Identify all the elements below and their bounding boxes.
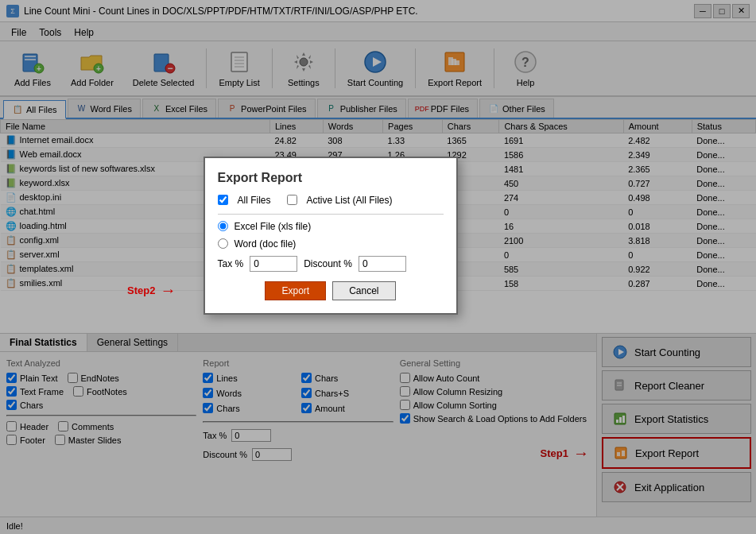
modal-overlay: Export Report All Files Active List (All… [0,0,756,534]
modal-active-list-label: Active List (All Files) [307,195,393,206]
modal-word-row: Word (doc file) [218,238,444,250]
modal-word-label: Word (doc file) [235,238,297,250]
modal-all-files-checkbox[interactable] [218,195,228,205]
modal-tax-input[interactable] [250,256,297,272]
modal-tax-label: Tax % [218,258,244,269]
step2-container: Step2 → [127,281,176,300]
step2-arrow: → [160,281,176,300]
modal-active-list-checkbox[interactable] [287,195,297,205]
modal-tax-row: Tax % Discount % [218,256,444,272]
modal-buttons: Export Cancel [218,281,444,300]
modal-excel-label: Excel File (xls file) [235,221,312,232]
modal-all-files-label: All Files [238,195,271,206]
modal-discount-label: Discount % [304,258,352,269]
step2-label: Step2 [127,284,155,296]
export-report-modal: Export Report All Files Active List (All… [204,157,458,315]
modal-export-button[interactable]: Export [265,281,326,300]
modal-title: Export Report [218,171,444,185]
modal-discount-input[interactable] [359,256,406,272]
modal-files-row: All Files Active List (All Files) [218,195,444,206]
modal-word-radio[interactable] [218,238,228,249]
modal-cancel-button[interactable]: Cancel [332,281,395,300]
modal-excel-row: Excel File (xls file) [218,221,444,232]
modal-excel-radio[interactable] [218,221,228,231]
